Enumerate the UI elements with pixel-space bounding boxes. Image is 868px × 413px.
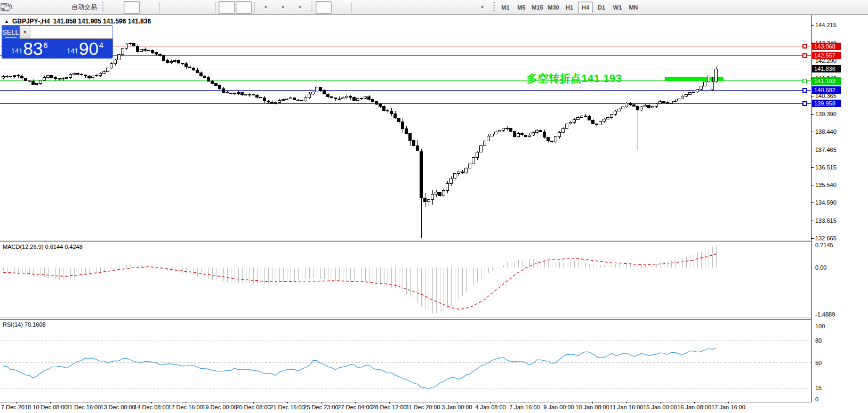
time-tick-mark (389, 402, 390, 403)
buy-price[interactable]: 141 90 4 (58, 39, 113, 58)
time-tick-label: 28 Dec 12:00 (372, 404, 406, 410)
price-tick-label: 144.215 (815, 22, 837, 28)
templates-button[interactable]: ▾ (292, 1, 308, 14)
volume-decrease-button[interactable]: ▼ (20, 26, 30, 38)
periods-button[interactable]: ▾ (275, 1, 291, 14)
one-click-trading-panel: SELL ▼ ▲ BUY 141 83 6 141 90 4 (2, 25, 113, 59)
time-tick-label: 21 Dec 16:00 (270, 404, 304, 410)
price-axis[interactable]: 144.215143.240142.290141.340140.365139.3… (811, 15, 868, 402)
time-tick-label: 9 Jan 00:00 (543, 404, 574, 410)
indicator-scale-label: 0.00 (815, 264, 826, 271)
time-tick-label: 31 Dec 20:00 (405, 404, 440, 410)
rsi-label: RSI(14) 70.1608 (3, 321, 46, 328)
time-tick-mark (16, 402, 17, 403)
price-tick-mark (811, 61, 814, 61)
buy-price-sup: 4 (99, 41, 103, 50)
text-label-button[interactable]: T (457, 1, 473, 14)
timeframe-button-mn[interactable]: MN (626, 2, 641, 13)
rsi-pane-canvas[interactable] (0, 320, 811, 402)
trendline-button[interactable] (389, 1, 405, 14)
price-tick-mark (811, 96, 814, 96)
toolbar-separator (215, 2, 216, 13)
time-tick-mark (118, 402, 118, 403)
timeframe-button-h1[interactable]: H1 (562, 2, 577, 13)
price-tick-label: 134.590 (815, 199, 837, 206)
time-tick-label: 20 Dec 08:00 (236, 404, 270, 410)
toolbar-grip[interactable] (493, 2, 495, 13)
chat-icon[interactable] (826, 1, 842, 14)
sell-label: SELL (2, 28, 19, 36)
community-icon[interactable] (36, 1, 52, 14)
indicator-scale-label: 100 (815, 323, 825, 329)
timeframe-button-m15[interactable]: M15 (530, 2, 545, 13)
timeframe-button-d1[interactable]: D1 (594, 2, 609, 13)
chevron-down-icon: ▾ (282, 5, 284, 10)
chart-shift-button[interactable] (236, 1, 252, 14)
price-tick-label: 132.665 (815, 235, 837, 241)
sell-price[interactable]: 141 83 6 (2, 39, 58, 58)
crosshair-button[interactable] (333, 1, 349, 14)
auto-trading-button[interactable]: 自动交易 (70, 1, 99, 14)
volume-input[interactable] (30, 26, 113, 38)
time-tick-mark (321, 402, 322, 403)
time-tick-label: 7 Jan 16:00 (509, 404, 540, 410)
indicator-scale-label: 50 (815, 360, 822, 366)
timeframe-button-m1[interactable]: M1 (498, 2, 513, 13)
time-tick-label: 10 Jan 08:00 (575, 404, 609, 410)
auto-scroll-button[interactable] (219, 1, 235, 14)
signal-icon[interactable] (53, 1, 69, 14)
zoom-in-button[interactable] (163, 1, 179, 14)
candlestick-chart-button[interactable] (124, 1, 140, 14)
time-axis[interactable]: 7 Dec 201810 Dec 08:0011 Dec 16:0013 Dec… (0, 402, 868, 413)
time-tick-mark (559, 402, 559, 403)
timeframe-button-h4[interactable]: H4 (578, 2, 593, 13)
timeframe-button-m5[interactable]: M5 (514, 2, 529, 13)
sell-button[interactable]: SELL (2, 26, 20, 39)
timeframe-button-w1[interactable]: W1 (610, 2, 625, 13)
price-tick-label: 135.540 (815, 182, 837, 188)
fibonacci-button[interactable]: F (423, 1, 439, 14)
arrows-button[interactable]: ▾ (474, 1, 490, 14)
vertical-line-button[interactable] (355, 1, 371, 14)
pivot-annotation-text[interactable]: 多空转折点141.193 (527, 71, 622, 86)
time-tick-mark (253, 402, 254, 403)
time-tick-mark (186, 402, 186, 403)
text-button[interactable]: A (440, 1, 456, 14)
sell-price-sup: 6 (43, 41, 47, 50)
notes-icon[interactable] (19, 1, 35, 14)
tile-windows-button[interactable] (197, 1, 213, 14)
indicator-scale-label: -1.4889 (815, 311, 835, 318)
line-chart-button[interactable] (141, 1, 157, 14)
equidistant-channel-button[interactable]: E (406, 1, 422, 14)
time-tick-mark (525, 402, 525, 403)
collapse-triangle-icon[interactable]: ▲ (4, 19, 9, 24)
macd-pane-canvas[interactable] (0, 242, 811, 318)
price-tick-label: 137.465 (815, 147, 837, 153)
main-chart-canvas[interactable] (0, 15, 811, 240)
zoom-out-button[interactable] (180, 1, 196, 14)
toolbar-separator (254, 2, 255, 13)
toolbar-grip[interactable] (102, 2, 103, 13)
cursor-button[interactable] (316, 1, 332, 14)
indicator-scale-label: 80 (815, 337, 822, 344)
time-tick-label: 13 Dec 00:00 (100, 404, 135, 410)
time-tick-label: 15 Jan 00:00 (643, 404, 677, 410)
chevron-down-icon: ▾ (481, 5, 483, 10)
timeframe-button-m30[interactable]: M30 (546, 2, 561, 13)
price-tick-label: 136.515 (815, 164, 837, 171)
time-tick-label: 16 Jan 08:00 (677, 404, 711, 410)
price-tag: 142.557 (812, 52, 841, 59)
horizontal-line-button[interactable] (372, 1, 388, 14)
time-tick-mark (728, 402, 729, 403)
time-tick-label: 17 Jan 16:00 (711, 404, 745, 410)
bar-chart-button[interactable] (107, 1, 123, 14)
search-icon[interactable] (809, 1, 825, 14)
volume-stepper: ▼ ▲ (20, 26, 113, 39)
time-tick-label: 27 Dec 04:00 (337, 404, 372, 410)
indicators-button[interactable]: ▾ (258, 1, 274, 14)
time-tick-mark (355, 402, 356, 403)
time-tick-mark (694, 402, 695, 403)
sell-price-small: 141 (11, 47, 23, 55)
toolbar-grip[interactable] (311, 2, 312, 13)
auto-trading-label: 自动交易 (71, 3, 97, 12)
